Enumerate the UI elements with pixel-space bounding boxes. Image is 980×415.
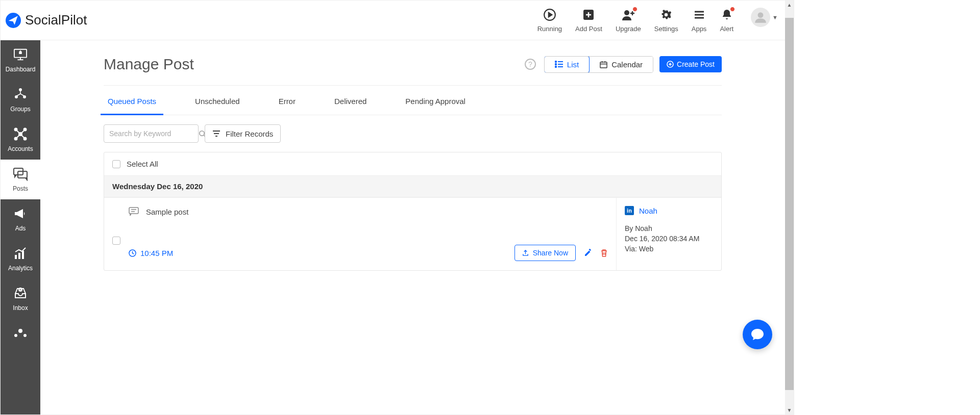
header-actions: Running Add Post Upgrade — [537, 8, 785, 33]
tab-queued-posts[interactable]: Queued Posts — [104, 88, 160, 115]
help-icon[interactable]: ? — [525, 59, 536, 70]
select-all-label: Select All — [127, 160, 158, 168]
svg-point-8 — [758, 12, 764, 18]
sidebar-item-accounts[interactable]: Accounts — [1, 120, 40, 160]
megaphone-icon — [13, 206, 28, 221]
sidebar-item-posts[interactable]: Posts — [1, 160, 40, 199]
gear-icon — [659, 8, 673, 22]
scroll-down-icon[interactable]: ▼ — [785, 406, 794, 414]
svg-line-22 — [17, 135, 19, 138]
scroll-up-icon[interactable]: ▲ — [785, 1, 794, 9]
controls-row: Filter Records — [104, 115, 722, 152]
header-action-running[interactable]: Running — [537, 8, 562, 33]
search-box[interactable] — [104, 124, 199, 143]
svg-line-21 — [21, 131, 24, 133]
select-all-row: Select All — [104, 152, 721, 175]
filter-button[interactable]: Filter Records — [205, 124, 281, 143]
brand-name: SocialPilot — [25, 12, 87, 28]
view-list-button[interactable]: List — [544, 56, 590, 73]
sidebar-item-ads[interactable]: Ads — [1, 199, 40, 239]
post-side: in Noah By Noah Dec 16, 2020 08:34 AM Vi… — [616, 198, 721, 270]
svg-point-35 — [555, 64, 556, 65]
svg-point-4 — [665, 13, 668, 17]
chat-fab[interactable] — [743, 320, 772, 349]
sidebar-item-analytics[interactable]: Analytics — [1, 239, 40, 279]
select-all-checkbox[interactable] — [112, 160, 120, 168]
delete-button[interactable] — [600, 249, 608, 257]
svg-rect-51 — [129, 208, 138, 214]
inbox-icon — [13, 286, 28, 300]
sidebar-item-dashboard[interactable]: Dashboard — [1, 40, 40, 80]
chat-icon — [13, 167, 28, 181]
chat-bubble-icon — [750, 328, 765, 341]
svg-point-18 — [15, 138, 17, 140]
groups-icon — [13, 87, 28, 101]
tabs: Queued Posts Unscheduled Error Delivered… — [104, 88, 722, 115]
sidebar: Dashboard Groups Accounts — [1, 40, 40, 414]
bell-icon — [721, 8, 733, 22]
svg-point-33 — [555, 61, 556, 62]
list-icon — [555, 61, 563, 68]
tab-unscheduled[interactable]: Unscheduled — [191, 88, 244, 115]
plus-circle-icon — [667, 61, 674, 68]
header-action-alert[interactable]: Alert — [720, 8, 733, 33]
post-via: Via: Web — [625, 245, 713, 253]
create-post-button[interactable]: Create Post — [659, 56, 722, 72]
brand-logo[interactable]: SocialPilot — [1, 12, 87, 28]
message-icon — [129, 207, 139, 216]
header-action-apps[interactable]: Apps — [692, 8, 707, 33]
svg-point-37 — [555, 66, 556, 67]
edit-button[interactable] — [584, 249, 592, 257]
filter-icon — [212, 130, 220, 137]
view-toggle: List Calendar — [544, 56, 653, 73]
user-plus-icon — [621, 8, 635, 22]
calendar-icon — [600, 61, 607, 68]
scroll-thumb[interactable] — [785, 18, 794, 390]
search-input[interactable] — [109, 129, 199, 138]
sidebar-item-extra[interactable] — [1, 319, 40, 349]
svg-point-16 — [15, 128, 17, 131]
scrollbar[interactable]: ▲ ▼ — [785, 1, 794, 414]
post-timestamp: Dec 16, 2020 08:34 AM — [625, 235, 713, 243]
svg-point-17 — [24, 128, 27, 131]
avatar-icon — [751, 8, 770, 27]
sidebar-item-groups[interactable]: Groups — [1, 80, 40, 120]
notification-dot-icon — [632, 7, 638, 12]
post-time[interactable]: 10:45 PM — [129, 249, 173, 257]
svg-point-12 — [19, 88, 22, 91]
upload-icon — [522, 249, 529, 256]
menu-icon — [693, 8, 705, 22]
svg-point-3 — [624, 10, 629, 15]
svg-point-29 — [19, 288, 22, 291]
header-action-add-post[interactable]: Add Post — [575, 8, 602, 33]
svg-point-30 — [18, 329, 22, 333]
svg-line-20 — [17, 131, 19, 133]
date-header: Wednesday Dec 16, 2020 — [104, 175, 721, 197]
network-icon — [13, 127, 28, 141]
user-menu[interactable]: ▼ — [747, 8, 778, 27]
svg-point-32 — [23, 334, 27, 337]
post-row: Sample post 10:45 PM — [104, 197, 721, 270]
svg-rect-28 — [22, 251, 24, 259]
linkedin-icon: in — [625, 206, 634, 215]
share-now-button[interactable]: Share Now — [514, 245, 576, 261]
sidebar-item-inbox[interactable]: Inbox — [1, 279, 40, 319]
tab-delivered[interactable]: Delivered — [330, 88, 371, 115]
account-name[interactable]: Noah — [639, 206, 657, 215]
svg-rect-26 — [15, 255, 17, 259]
post-checkbox[interactable] — [112, 237, 120, 245]
monitor-icon — [13, 47, 28, 62]
page-title: Manage Post — [104, 56, 194, 73]
header-action-settings[interactable]: Settings — [654, 8, 678, 33]
post-text: Sample post — [146, 208, 188, 216]
header-action-upgrade[interactable]: Upgrade — [616, 8, 641, 33]
main-content: Manage Post ? List — [40, 40, 785, 414]
team-icon — [13, 327, 28, 341]
svg-point-19 — [24, 138, 27, 140]
posts-panel: Select All Wednesday Dec 16, 2020 — [104, 152, 722, 271]
post-by-line: By Noah — [625, 224, 713, 232]
view-calendar-button[interactable]: Calendar — [589, 57, 653, 72]
tab-error[interactable]: Error — [275, 88, 300, 115]
play-circle-icon — [543, 8, 556, 22]
tab-pending-approval[interactable]: Pending Approval — [401, 88, 470, 115]
